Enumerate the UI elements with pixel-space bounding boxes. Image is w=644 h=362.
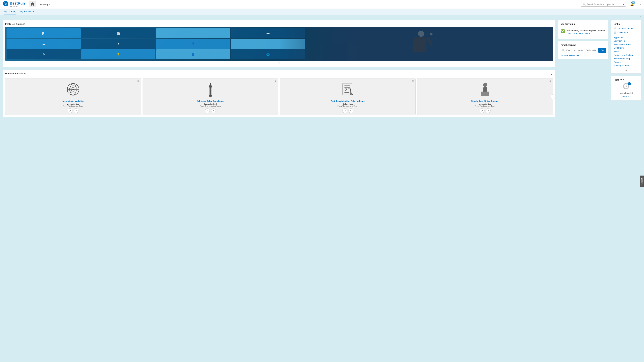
search-bar[interactable]: 🔍 ▼	[581, 2, 626, 7]
link-collections-label[interactable]: Collections	[618, 31, 628, 34]
course-from-anti: From The Learning Team	[338, 105, 358, 107]
course-eye-intl[interactable]: 👁	[137, 80, 139, 82]
search-dropdown-toggle[interactable]: ▼	[621, 3, 624, 5]
course-thumbnail-anti	[282, 80, 414, 99]
links-collapse-button[interactable]: ▲	[614, 68, 639, 71]
learning-nav-label: Learning	[38, 3, 48, 6]
find-learning-input[interactable]	[566, 49, 596, 52]
history-header[interactable]: History ▼	[614, 78, 639, 81]
history-view-all-link[interactable]: View All	[622, 95, 630, 98]
course-remove-sarbanes[interactable]: ✕	[211, 108, 216, 113]
link-approvals[interactable]: Approvals	[614, 36, 639, 39]
course-thumbnail-conduct	[419, 80, 551, 99]
course-thumbnail-sarbanes	[144, 80, 276, 99]
search-input[interactable]	[586, 3, 620, 6]
course-eye-anti[interactable]: 👁	[412, 80, 414, 82]
history-badge: 0	[628, 82, 631, 85]
rec-actions: ↺ ▼	[545, 73, 553, 76]
find-learning-title: Find Learning	[561, 44, 606, 46]
link-my-orders[interactable]: My Orders	[614, 46, 639, 50]
link-training-planner[interactable]: Training Planner	[614, 64, 639, 67]
notifications-button[interactable]: 🔔 50+	[628, 2, 636, 7]
course-title-conduct[interactable]: Standards of Ethical Conduct	[471, 100, 499, 102]
history-clock-icon	[623, 84, 630, 91]
curricula-link[interactable]: Go to Curriculum Status	[567, 32, 606, 35]
check-icon: ✅	[561, 29, 565, 33]
featured-chevron-down[interactable]: ∨	[5, 62, 553, 65]
svg-point-24	[483, 83, 487, 87]
link-easylink[interactable]: Easy Link 1	[614, 39, 639, 43]
course-share-intl[interactable]: ↗	[68, 108, 72, 113]
filter-button[interactable]: ▼	[550, 73, 553, 76]
course-card-intl-marketing: 👁	[5, 78, 141, 115]
history-title: History	[614, 78, 622, 81]
logo-area: BR BestRun Run Simple	[3, 1, 25, 8]
featured-courses-title: Featured Courses	[5, 23, 553, 25]
course-share-conduct[interactable]: ↗	[480, 108, 484, 113]
tile-7: 👤	[156, 39, 230, 49]
course-title-intl[interactable]: International Marketing	[62, 100, 84, 102]
course-title-sarbanes[interactable]: Sabarnes-Oxley Compliance	[197, 100, 224, 102]
link-ext-requests[interactable]: External Requests	[614, 43, 639, 46]
learning-nav[interactable]: Learning ▼	[38, 3, 50, 6]
recommendations-header: Recommendations ↺ ▼	[5, 72, 553, 77]
svg-rect-5	[426, 37, 433, 46]
scroll-up-button[interactable]: ▲	[640, 15, 642, 18]
history-icon-area: 0	[623, 83, 630, 91]
recommendations-title: Recommendations	[5, 72, 26, 75]
link-news[interactable]: News	[614, 50, 639, 53]
nav-end-chevron[interactable]: ▼	[639, 3, 641, 6]
course-eye-sarbanes[interactable]: 👁	[274, 80, 277, 82]
links-card: Links 📄 My QuickGuides 📑 Collections App…	[611, 20, 641, 74]
course-eye-conduct[interactable]: 👁	[549, 80, 552, 82]
subnav-my-learning[interactable]: My Learning	[4, 9, 16, 15]
browse-courses-label: Browse all courses	[561, 54, 579, 57]
history-card: History ▼ 0	[611, 76, 641, 100]
course-remove-conduct[interactable]: ✕	[486, 108, 490, 113]
find-learning-card: Find Learning 🔍 Go Browse all courses ›	[558, 41, 608, 59]
svg-rect-3	[414, 37, 426, 52]
tile-2: 📈	[81, 28, 156, 38]
curricula-content: ✅ You currently have no required curricu…	[561, 27, 606, 36]
svg-rect-25	[483, 87, 487, 92]
course-actions-intl: ↗ ✕	[68, 108, 78, 113]
course-title-anti[interactable]: Anti-Descrimination Policy w/Exam	[331, 100, 364, 102]
link-options[interactable]: Options and Settings	[614, 53, 639, 57]
top-navigation: BR BestRun Run Simple Learning ▼ 🔍 ▼ 🔔 5…	[0, 0, 644, 9]
logo-subtitle: Run Simple	[10, 6, 25, 7]
courses-grid-wrapper: 👁	[5, 78, 553, 115]
courses-next-button[interactable]: ›	[551, 94, 556, 99]
link-quickguides-label[interactable]: My QuickGuides	[618, 27, 634, 30]
learning-nav-chevron: ▼	[48, 3, 50, 5]
course-share-anti[interactable]: ↗	[342, 108, 347, 113]
left-panel: Featured Courses 📊 📈 ■■ ☁ ✦ 👤 ⚙ 💡 👤 🌐	[3, 20, 556, 117]
tile-6: ✦	[81, 39, 156, 49]
svg-point-6	[430, 33, 432, 36]
browse-courses-link[interactable]: Browse all courses ›	[561, 54, 606, 57]
course-card-anti: 👁	[280, 78, 416, 115]
support-tab[interactable]: Support	[640, 175, 644, 187]
tile-3	[156, 28, 230, 38]
history-recently-added-label: recently added	[620, 92, 633, 94]
links-divider	[614, 35, 639, 35]
link-reports[interactable]: Reports	[614, 60, 639, 64]
curricula-message-area: You currently have no required curricula…	[567, 29, 606, 35]
home-button[interactable]	[29, 1, 36, 8]
course-card-sarbanes: 👁 Sabarnes-Oxley Compliance Instructor-L…	[142, 78, 278, 115]
course-type-sarbanes: Instructor-Led	[204, 103, 217, 105]
course-actions-sarbanes: ↗ ✕	[205, 108, 216, 113]
refresh-button[interactable]: ↺	[545, 73, 548, 76]
course-type-anti: Online Item	[343, 103, 353, 105]
course-remove-anti[interactable]: ✕	[348, 108, 353, 113]
tile-1: 📊	[6, 28, 81, 38]
find-learning-go-button[interactable]: Go	[598, 48, 606, 53]
course-actions-anti: ↗ ✕	[342, 108, 353, 113]
subnav-my-employees[interactable]: My Employees	[20, 9, 34, 15]
featured-person	[279, 27, 553, 61]
logo-icon: BR	[3, 1, 9, 8]
svg-rect-20	[348, 89, 350, 91]
featured-courses-card: Featured Courses 📊 📈 ■■ ☁ ✦ 👤 ⚙ 💡 👤 🌐	[3, 20, 556, 67]
course-remove-intl[interactable]: ✕	[74, 108, 78, 113]
link-record-learning[interactable]: Record Learning	[614, 57, 639, 60]
course-share-sarbanes[interactable]: ↗	[205, 108, 210, 113]
